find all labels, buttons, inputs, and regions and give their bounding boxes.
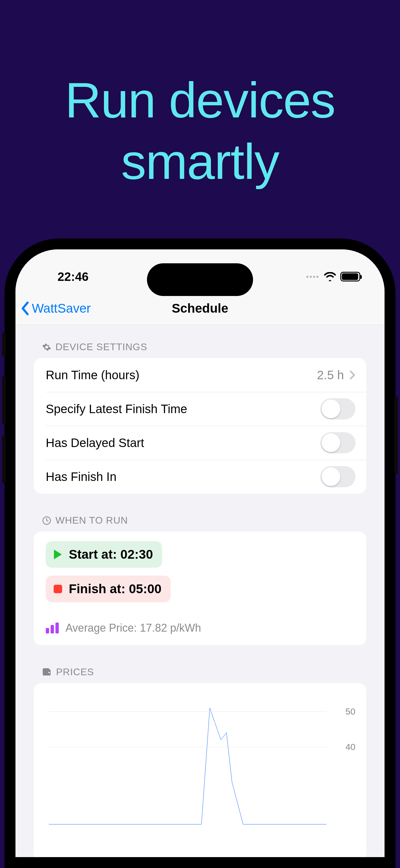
dynamic-island — [147, 263, 253, 296]
cellular-dots-icon — [306, 276, 318, 278]
run-time-row[interactable]: Run Time (hours) 2.5 h — [34, 358, 366, 392]
device-settings-header: DEVICE SETTINGS — [34, 341, 366, 358]
svg-rect-2 — [43, 668, 49, 671]
bars-icon — [46, 623, 59, 633]
stop-icon — [53, 584, 63, 594]
page-title: Schedule — [172, 301, 228, 316]
section-header-label: WHEN TO RUN — [55, 515, 128, 526]
section-header-label: DEVICE SETTINGS — [55, 341, 147, 352]
start-at-label: Start at: 02:30 — [69, 547, 153, 562]
when-to-run-section: WHEN TO RUN Start at: 02:30 — [34, 515, 366, 645]
prices-chart-line — [49, 694, 326, 857]
chart-gridline — [49, 747, 326, 747]
prices-section: PRICES 4050 — [34, 666, 366, 857]
has-finish-in-label: Has Finish In — [46, 470, 116, 484]
average-price-label: Average Price: 17.82 p/kWh — [65, 622, 201, 634]
content-area[interactable]: DEVICE SETTINGS Run Time (hours) 2.5 h — [16, 325, 384, 857]
has-delayed-start-toggle[interactable] — [320, 432, 355, 453]
battery-icon — [340, 272, 360, 281]
prices-chart-card: 4050 — [34, 683, 366, 857]
volume-down-button — [2, 435, 6, 484]
headline-line-2: smartly — [0, 131, 400, 192]
power-button — [394, 396, 398, 474]
headline-line-1: Run devices — [0, 70, 400, 131]
gear-icon — [42, 343, 51, 352]
wallet-icon — [42, 668, 52, 677]
run-time-label: Run Time (hours) — [46, 368, 139, 382]
when-to-run-header: WHEN TO RUN — [34, 515, 366, 531]
ringer-switch — [2, 332, 6, 356]
back-label: WattSaver — [32, 301, 91, 316]
svg-point-3 — [49, 672, 50, 673]
has-finish-in-toggle[interactable] — [320, 466, 355, 487]
finish-at-pill: Finish at: 05:00 — [46, 576, 171, 602]
navigation-bar: WattSaver Schedule — [16, 292, 384, 325]
chart-gridline — [49, 712, 326, 712]
section-header-label: PRICES — [56, 666, 94, 678]
chevron-left-icon — [21, 302, 30, 315]
prices-header: PRICES — [34, 666, 366, 683]
play-icon — [53, 550, 63, 559]
prices-chart[interactable]: 4050 — [49, 694, 355, 857]
chevron-right-icon — [349, 370, 355, 380]
device-settings-section: DEVICE SETTINGS Run Time (hours) 2.5 h — [34, 341, 366, 494]
has-finish-in-row: Has Finish In — [34, 460, 366, 494]
specify-latest-finish-label: Specify Latest Finish Time — [46, 402, 187, 416]
has-delayed-start-row: Has Delayed Start — [34, 426, 366, 460]
status-time: 22:46 — [40, 270, 106, 284]
specify-latest-finish-toggle[interactable] — [320, 398, 355, 420]
wifi-icon — [324, 272, 336, 281]
has-delayed-start-label: Has Delayed Start — [46, 436, 144, 450]
specify-latest-finish-row: Specify Latest Finish Time — [34, 392, 366, 426]
chart-y-tick-label: 40 — [345, 742, 355, 752]
marketing-headline: Run devices smartly — [0, 70, 400, 192]
finish-at-label: Finish at: 05:00 — [69, 582, 162, 596]
start-at-pill: Start at: 02:30 — [46, 541, 162, 568]
phone-frame: 22:46 — [4, 239, 396, 868]
average-price-row: Average Price: 17.82 p/kWh — [34, 619, 366, 645]
chart-y-tick-label: 50 — [345, 706, 355, 717]
phone-screen: 22:46 — [16, 249, 384, 857]
device-settings-card: Run Time (hours) 2.5 h Specify Latest Fi… — [34, 358, 366, 494]
run-time-value: 2.5 h — [317, 368, 344, 382]
clock-icon — [42, 516, 51, 525]
back-button[interactable]: WattSaver — [21, 301, 91, 316]
volume-up-button — [2, 376, 6, 425]
when-to-run-card: Start at: 02:30 Finish at: 05:00 — [34, 531, 366, 645]
